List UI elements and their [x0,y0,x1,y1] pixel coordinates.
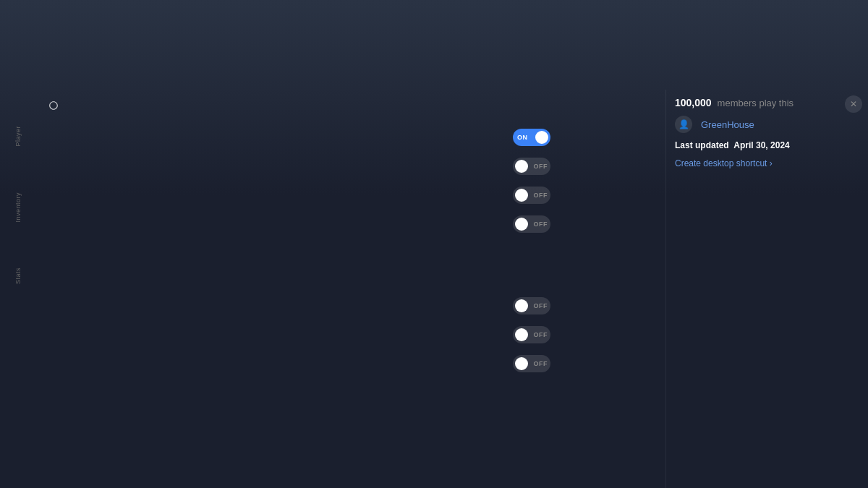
toggle-knob [515,218,528,231]
right-panel: ✕ 100,000 members play this 👤 GreenHouse… [665,90,868,488]
toggle-knob [515,160,528,173]
toggle-no-hunger[interactable] [513,187,550,204]
members-text: members play this [718,98,793,108]
sidebar-label-player: Player [14,126,22,147]
members-count: 100,000 [675,97,712,108]
author-row: 👤 GreenHouse [675,116,859,133]
app-container: W 🔍 Home My games Explore Creators W WeM… [0,0,868,488]
updated-row: Last updated April 30, 2024 [675,140,859,150]
author-name: GreenHouse [701,119,754,130]
updated-label: Last updated [675,140,729,150]
stats-row: 100,000 members play this [675,97,859,108]
updated-date: April 30, 2024 [733,140,789,150]
toggle-knob [515,299,528,312]
toggle-infinite-item-durability[interactable] [513,297,550,314]
toggle-knob [515,189,528,202]
sidebar-label-inventory: Inventory [14,192,22,223]
create-shortcut-link[interactable]: Create desktop shortcut › [675,158,773,168]
toggle-unlimited-items[interactable] [513,355,550,372]
toggle-knob [535,131,548,144]
toggle-one-hit-kills[interactable] [513,215,550,233]
close-panel-button[interactable]: ✕ [845,95,862,113]
toggle-infinite-container-volume[interactable] [513,326,550,343]
author-icon: 👤 [675,116,692,133]
toggle-infinite-stamina[interactable] [513,158,550,175]
toggle-knob [515,328,528,341]
toggle-knob [515,357,528,370]
toggle-infinite-health[interactable] [513,129,550,146]
sidebar-label-stats: Stats [14,267,22,284]
